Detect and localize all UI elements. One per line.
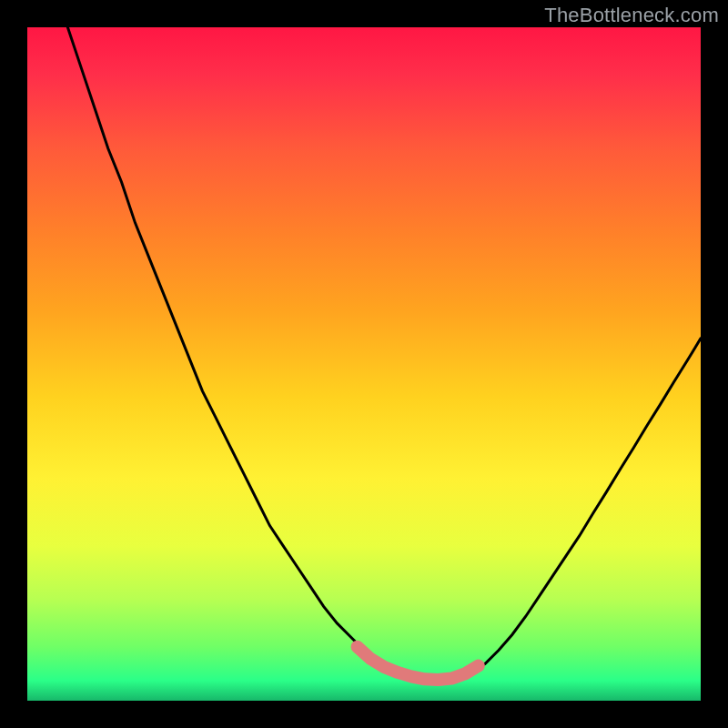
chart-frame: TheBottleneck.com xyxy=(0,0,728,728)
plot-area xyxy=(27,27,701,701)
gradient-background xyxy=(27,27,701,701)
watermark-text: TheBottleneck.com xyxy=(544,4,719,27)
bottleneck-chart-svg xyxy=(27,27,701,701)
